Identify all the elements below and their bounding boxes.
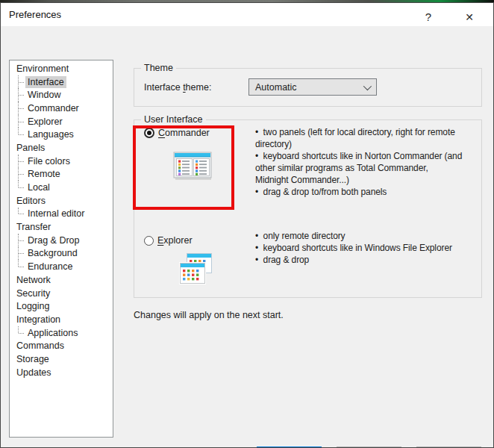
sidebar-item-updates[interactable]: Updates <box>10 366 113 379</box>
tree-connector <box>18 208 25 221</box>
tree-connector <box>18 247 25 261</box>
sidebar-item-label: Languages <box>25 128 76 140</box>
explorer-view-icon <box>178 252 214 288</box>
sidebar-item-applications[interactable]: Applications <box>10 326 113 340</box>
sidebar-item-label: Environment <box>14 63 71 75</box>
commander-description: • two panels (left for local directory, … <box>255 126 481 198</box>
sidebar-item-logging[interactable]: Logging <box>10 299 113 313</box>
tree-connector <box>18 155 25 168</box>
sidebar-item-interface[interactable]: Interface <box>10 75 113 89</box>
sidebar-item-label: Remote <box>25 168 63 180</box>
sidebar-item-label: Window <box>25 89 63 101</box>
explorer-radio-label: Explorer <box>157 235 193 246</box>
sidebar-item-label: Integration <box>14 314 63 326</box>
sidebar-item-label: Editors <box>14 195 48 207</box>
sidebar-item-label: Logging <box>14 300 52 312</box>
sidebar-item-commander[interactable]: Commander <box>10 102 113 115</box>
sidebar-item-background[interactable]: Background <box>10 247 113 261</box>
bullet-item: • only remote directory <box>255 230 481 242</box>
bullet-text: only remote directory <box>263 231 346 241</box>
sidebar-item-commands[interactable]: Commands <box>10 339 113 352</box>
sidebar-item-integration[interactable]: Integration <box>10 313 113 326</box>
tree-connector <box>18 181 25 194</box>
explorer-radio-button[interactable] <box>144 236 154 246</box>
tree-connector <box>18 75 25 89</box>
bullet-dot: • <box>255 231 263 241</box>
sidebar-item-label: Transfer <box>14 221 53 233</box>
bullet-item: • drag & drop <box>255 254 481 266</box>
dialog-body: EnvironmentInterfaceWindowCommanderExplo… <box>1 26 493 447</box>
sidebar-item-label: Storage <box>14 353 51 365</box>
sidebar-item-label: Updates <box>14 367 54 379</box>
theme-group-title: Theme <box>141 63 176 73</box>
sidebar-item-label: Internal editor <box>25 208 87 220</box>
sidebar-item-languages[interactable]: Languages <box>10 128 113 141</box>
window-title: Preferences <box>9 9 61 20</box>
sidebar-item-drag-drop[interactable]: Drag & Drop <box>10 234 113 247</box>
bullet-dot: • <box>255 151 263 161</box>
close-icon[interactable]: ✕ <box>454 6 484 28</box>
sidebar-item-label: Drag & Drop <box>25 234 81 246</box>
preferences-dialog: Preferences ? ✕ EnvironmentInterfaceWind… <box>0 0 494 448</box>
sidebar-item-environment[interactable]: Environment <box>10 62 113 75</box>
sidebar-item-remote[interactable]: Remote <box>10 168 113 181</box>
tree-connector <box>18 326 25 340</box>
dropdown-chevron-icon <box>363 81 372 90</box>
sidebar-item-label: Explorer <box>25 116 65 128</box>
sidebar-item-label: Commands <box>14 340 66 352</box>
sidebar-item-label: Network <box>14 274 53 286</box>
restart-note: Changes will apply on the next start. <box>134 310 284 320</box>
bullet-dot: • <box>255 187 263 197</box>
sidebar-item-label: Background <box>25 247 80 259</box>
user-interface-group-title: User Interface <box>141 114 206 125</box>
bullet-item: • drag & drop to/from both panels <box>255 186 481 198</box>
tree-connector <box>18 88 25 102</box>
sidebar-item-storage[interactable]: Storage <box>10 352 113 366</box>
bullet-dot: • <box>255 243 263 253</box>
bullet-text: drag & drop to/from both panels <box>263 187 387 197</box>
sidebar-item-label: Panels <box>14 142 47 154</box>
tree-connector <box>18 102 25 115</box>
annotation-highlight-red-box <box>133 125 234 210</box>
sidebar-item-explorer[interactable]: Explorer <box>10 115 113 128</box>
sidebar-item-panels[interactable]: Panels <box>10 141 113 155</box>
sidebar-item-label: Applications <box>25 327 80 339</box>
sidebar-item-label: Interface <box>25 76 66 88</box>
interface-theme-label: Interface theme: <box>144 82 211 93</box>
tree-connector <box>18 115 25 128</box>
bullet-item: • keyboard shortcuts like in Windows Fil… <box>255 242 481 254</box>
tree-connector <box>18 234 25 247</box>
settings-tree[interactable]: EnvironmentInterfaceWindowCommanderExplo… <box>9 60 113 438</box>
sidebar-item-editors[interactable]: Editors <box>10 194 113 208</box>
sidebar-item-security[interactable]: Security <box>10 287 113 300</box>
interface-theme-selected-value: Automatic <box>255 82 297 93</box>
help-icon[interactable]: ? <box>413 6 443 28</box>
sidebar-item-endurance[interactable]: Endurance <box>10 260 113 273</box>
bullet-text: two panels (left for local directory, ri… <box>255 127 455 149</box>
bullet-text: keyboard shortcuts like in Norton Comman… <box>255 151 462 185</box>
sidebar-item-label: Commander <box>25 102 81 114</box>
explorer-radio-row[interactable]: Explorer <box>144 235 193 246</box>
sidebar-item-network[interactable]: Network <box>10 273 113 287</box>
sidebar-item-label: File colors <box>25 155 72 167</box>
bullet-text: keyboard shortcuts like in Windows File … <box>263 243 452 253</box>
sidebar-item-label: Local <box>25 181 52 193</box>
sidebar-item-window[interactable]: Window <box>10 88 113 102</box>
title-bar: Preferences ? ✕ <box>1 3 493 26</box>
bullet-item: • two panels (left for local directory, … <box>255 126 481 150</box>
sidebar-item-label: Security <box>14 287 52 299</box>
bullet-text: drag & drop <box>263 255 310 265</box>
bullet-item: • keyboard shortcuts like in Norton Comm… <box>255 150 481 186</box>
bullet-dot: • <box>255 127 263 137</box>
sidebar-item-local[interactable]: Local <box>10 181 113 194</box>
interface-theme-dropdown[interactable]: Automatic <box>248 78 377 96</box>
sidebar-item-internal-editor[interactable]: Internal editor <box>10 208 113 221</box>
sidebar-item-file-colors[interactable]: File colors <box>10 155 113 168</box>
sidebar-item-transfer[interactable]: Transfer <box>10 220 113 234</box>
tree-connector <box>18 260 25 273</box>
tree-connector <box>18 168 25 181</box>
bullet-dot: • <box>255 255 263 265</box>
tree-connector <box>18 128 25 141</box>
explorer-description: • only remote directory• keyboard shortc… <box>255 230 481 266</box>
sidebar-item-label: Endurance <box>25 261 75 273</box>
